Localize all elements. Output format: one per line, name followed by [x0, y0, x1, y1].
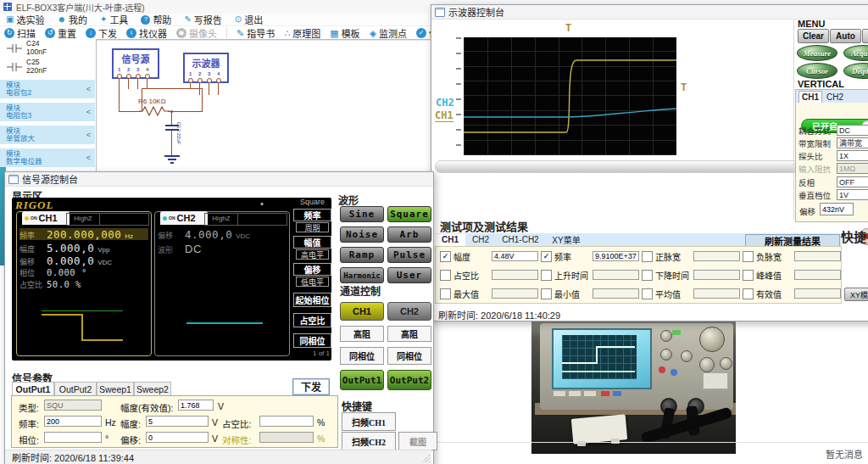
- pin[interactable]: [207, 78, 212, 83]
- measure-value[interactable]: [693, 288, 740, 299]
- freq-input[interactable]: [44, 416, 102, 427]
- menu-tools[interactable]: ✦工具: [100, 13, 128, 26]
- wave-noise-button[interactable]: Noise: [340, 226, 384, 243]
- checkbox[interactable]: ✓: [743, 251, 754, 262]
- duty-menu-button[interactable]: 占空比: [293, 313, 331, 327]
- measure-value[interactable]: [492, 270, 538, 280]
- vertical-tab-ch2[interactable]: CH2: [824, 91, 846, 103]
- tests-tab-ch1[interactable]: CH1: [435, 234, 465, 246]
- menu-my[interactable]: ☻我的: [57, 13, 87, 26]
- snapshot-button[interactable]: 截图: [398, 432, 437, 450]
- clear-button[interactable]: Clear: [798, 29, 829, 43]
- toolbar-scan[interactable]: ↻扫描: [4, 26, 36, 40]
- sidebar-item-c24[interactable]: C24100nF: [0, 39, 95, 57]
- tab-sweep2[interactable]: Sweep2: [134, 382, 171, 395]
- freq-menu-button[interactable]: 频率: [293, 209, 331, 221]
- ch1-hiz-button[interactable]: 高阻: [340, 326, 384, 342]
- send-button[interactable]: 下发: [292, 378, 330, 395]
- sidebar-item-resistor-pack3[interactable]: 模块电阻包3<: [0, 103, 95, 121]
- checkbox[interactable]: ✓: [743, 288, 754, 299]
- trigger-marker-top[interactable]: T: [565, 22, 571, 34]
- measure-button[interactable]: Measure: [797, 45, 837, 61]
- pin[interactable]: [126, 74, 131, 79]
- measure-value[interactable]: [492, 288, 538, 299]
- wave-sine-button[interactable]: Sine: [340, 206, 384, 222]
- measure-value[interactable]: [693, 251, 740, 261]
- output2-button[interactable]: OutPut2: [387, 370, 431, 390]
- tab-output2[interactable]: OutPut2: [54, 382, 97, 395]
- checkbox[interactable]: ✓: [541, 288, 552, 299]
- ch2-sync-phase-button[interactable]: 同相位: [387, 347, 431, 365]
- measure-value[interactable]: [794, 270, 841, 280]
- tab-output1[interactable]: OutPut1: [12, 382, 54, 395]
- wave-arb-button[interactable]: Arb: [387, 226, 431, 243]
- vertical-scale-select[interactable]: 1V: [837, 189, 868, 200]
- toolbar-reset[interactable]: ↺重置: [45, 26, 76, 40]
- pin[interactable]: [188, 78, 193, 83]
- pin[interactable]: [136, 74, 141, 79]
- extra-button[interactable]: [862, 29, 868, 43]
- trigger-marker-level[interactable]: T: [681, 81, 687, 93]
- pin[interactable]: [145, 74, 150, 79]
- sidebar-item-capacitor-pack2[interactable]: 模块电容包2<: [0, 80, 95, 98]
- sweep-ch2-button[interactable]: 扫频CH2: [342, 432, 396, 450]
- offset-input[interactable]: [820, 203, 854, 215]
- toolbar-find-instrument[interactable]: i找仪器: [126, 26, 167, 40]
- checkbox[interactable]: ✓: [541, 251, 552, 262]
- acquire-button[interactable]: Acquire: [843, 45, 868, 61]
- rigol-ch1-tab[interactable]: ON CH1: [22, 211, 70, 225]
- bandwidth-select[interactable]: 满带宽: [837, 137, 868, 148]
- measure-value[interactable]: [593, 251, 639, 261]
- sync-phase-menu-button[interactable]: 同相位: [293, 333, 331, 348]
- display-button[interactable]: Display: [843, 63, 868, 79]
- oscilloscope-window-titlebar[interactable]: 示波器控制台: [431, 5, 868, 20]
- wave-ramp-button[interactable]: Ramp: [340, 247, 384, 263]
- signal-window-titlebar[interactable]: 信号源控制台: [5, 172, 433, 187]
- refresh-results-button[interactable]: 刷新测量结果: [745, 234, 840, 247]
- amp-input[interactable]: [146, 416, 209, 427]
- wave-pulse-button[interactable]: Pulse: [387, 247, 431, 263]
- coupling-select[interactable]: DC: [837, 125, 868, 136]
- wave-square-button[interactable]: Square: [387, 206, 431, 222]
- measure-value[interactable]: [492, 251, 538, 261]
- pin[interactable]: [216, 78, 221, 83]
- output1-button[interactable]: OutPut1: [340, 370, 384, 390]
- menu-select-experiment[interactable]: ▣选实验: [6, 13, 44, 26]
- toolbar-schematic[interactable]: ∴原理图: [284, 26, 320, 40]
- menu-exit[interactable]: ⊙退出: [235, 13, 263, 26]
- amplitude-menu-button[interactable]: 幅值: [293, 236, 331, 249]
- sidebar-item-single-amp[interactable]: 模块单管放大<: [0, 126, 95, 144]
- xy-mode-button[interactable]: XY模式: [844, 288, 868, 301]
- checkbox[interactable]: ✓: [440, 251, 451, 262]
- pin[interactable]: [198, 78, 203, 83]
- tests-tab-ch1-ch2[interactable]: CH1-CH2: [496, 234, 545, 246]
- phase-input[interactable]: [44, 432, 102, 443]
- checkbox[interactable]: ✓: [440, 270, 451, 281]
- resize-grip[interactable]: [422, 455, 430, 462]
- measure-value[interactable]: [794, 288, 841, 299]
- ch2-hiz-button[interactable]: 高阻: [387, 326, 431, 342]
- checkbox[interactable]: ✓: [642, 251, 653, 262]
- wave-harmonic-button[interactable]: Harmonic: [340, 267, 384, 283]
- offset-menu-button[interactable]: 偏移: [293, 263, 331, 276]
- sidebar-item-c25[interactable]: C25220nF: [0, 58, 95, 75]
- probe-ratio-select[interactable]: 1X: [837, 150, 868, 161]
- vertical-tab-ch1[interactable]: CH1: [798, 91, 822, 103]
- scope-hscrollbar[interactable]: [435, 160, 801, 173]
- measure-value[interactable]: [593, 270, 639, 280]
- toolbar-template[interactable]: ▦模板: [330, 26, 359, 40]
- low-level-menu-button[interactable]: 低电平: [296, 277, 329, 287]
- measure-value[interactable]: [593, 288, 639, 299]
- invert-select[interactable]: OFF: [837, 176, 868, 187]
- high-level-menu-button[interactable]: 高电平: [296, 249, 329, 260]
- checkbox[interactable]: ✓: [642, 288, 653, 299]
- toolbar-send[interactable]: ↓下发: [86, 26, 117, 40]
- tests-tab-ch2[interactable]: CH2: [465, 234, 496, 246]
- menu-write-report[interactable]: ✎写报告: [184, 13, 221, 26]
- checkbox[interactable]: ✓: [440, 288, 451, 299]
- measure-value[interactable]: [693, 270, 740, 280]
- checkbox[interactable]: ✓: [743, 270, 754, 281]
- sidebar-item-digital-pot[interactable]: 模块数字电位器<: [0, 148, 95, 167]
- checkbox[interactable]: ✓: [642, 270, 653, 281]
- pin[interactable]: [117, 74, 122, 79]
